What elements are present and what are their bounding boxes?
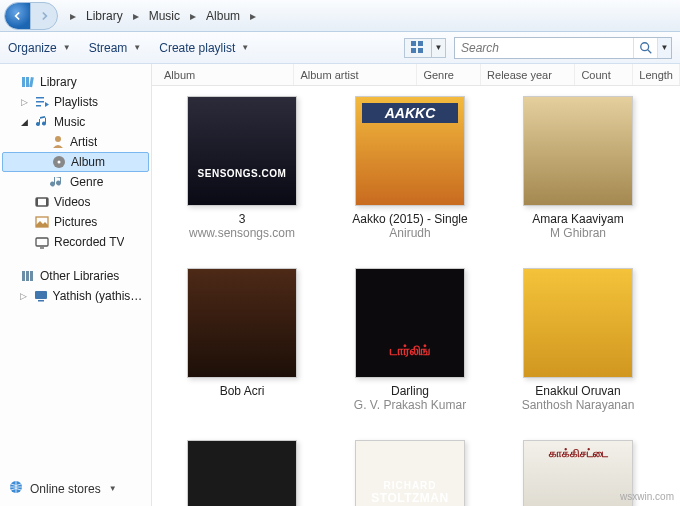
tree-library[interactable]: Library	[2, 72, 149, 92]
tree-label: Artist	[70, 135, 97, 149]
svg-rect-19	[36, 238, 48, 246]
album-item[interactable]: Amara Kaaviyam M Ghibran	[506, 96, 650, 240]
online-stores[interactable]: Online stores ▼	[8, 479, 117, 498]
tree-label: Album	[71, 155, 105, 169]
album-art	[523, 96, 633, 206]
stream-menu[interactable]: Stream▼	[89, 41, 142, 55]
svg-rect-22	[26, 271, 29, 281]
svg-rect-23	[30, 271, 33, 281]
column-header-count[interactable]: Count	[575, 64, 633, 85]
nav-buttons	[4, 2, 58, 30]
album-art	[523, 268, 633, 378]
album-title: Aakko (2015) - Single	[338, 212, 482, 226]
tv-icon	[34, 234, 50, 250]
view-options-button[interactable]	[404, 38, 432, 58]
svg-rect-10	[36, 101, 44, 103]
svg-rect-7	[26, 77, 29, 87]
tree-videos[interactable]: Videos	[2, 192, 149, 212]
breadcrumb-arrow[interactable]: ▸	[246, 6, 260, 26]
album-artist: Santhosh Narayanan	[506, 398, 650, 412]
column-header-length[interactable]: Length	[633, 64, 680, 85]
search-dropdown[interactable]: ▼	[657, 38, 671, 58]
content-pane: Album Album artist Genre Release year Co…	[152, 64, 680, 506]
tree-recorded-tv[interactable]: Recorded TV	[2, 232, 149, 252]
album-item[interactable]: Ethir Neechal - Tamilanda.com	[170, 440, 314, 506]
album-item[interactable]: Bob Acri	[170, 268, 314, 412]
forward-button[interactable]	[31, 3, 57, 29]
genre-icon	[50, 174, 66, 190]
breadcrumb-library[interactable]: Library	[80, 6, 129, 26]
tree-label: Library	[40, 75, 77, 89]
tree-playlists[interactable]: ▷ Playlists	[2, 92, 149, 112]
album-title: Amara Kaaviyam	[506, 212, 650, 226]
album-grid-scroll[interactable]: 3 www.sensongs.com Aakko (2015) - Single…	[152, 86, 680, 506]
organize-menu[interactable]: Organize▼	[8, 41, 71, 55]
column-header-album-artist[interactable]: Album artist	[294, 64, 417, 85]
back-button[interactable]	[5, 3, 31, 29]
search-input[interactable]	[455, 41, 633, 55]
tree-other-libraries[interactable]: Other Libraries	[2, 266, 149, 286]
album-title: Darling	[338, 384, 482, 398]
music-icon	[34, 114, 50, 130]
breadcrumb-root-arrow[interactable]: ▸	[66, 6, 80, 26]
column-header-genre[interactable]: Genre	[417, 64, 481, 85]
svg-point-14	[58, 161, 61, 164]
tree-music[interactable]: ◢ Music	[2, 112, 149, 132]
tree-remote-pc[interactable]: ▷ Yathish (yathish-pc)	[2, 286, 149, 306]
album-title: Bob Acri	[170, 384, 314, 398]
create-playlist-menu[interactable]: Create playlist▼	[159, 41, 249, 55]
watermark: wsxwin.com	[620, 491, 674, 502]
album-item[interactable]: Darling G. V. Prakash Kumar	[338, 268, 482, 412]
album-artist: Anirudh	[338, 226, 482, 240]
svg-point-4	[640, 42, 648, 50]
svg-rect-16	[36, 198, 38, 206]
breadcrumb-music[interactable]: Music	[143, 6, 186, 26]
album-item[interactable]: Enakkul Oruvan Santhosh Narayanan	[506, 268, 650, 412]
column-header-album[interactable]: Album	[158, 64, 294, 85]
album-art	[187, 268, 297, 378]
album-item[interactable]: RICHARD STOLTZMAN MAID WITH FLAXEN HAIR …	[338, 440, 482, 506]
online-stores-label: Online stores	[30, 482, 101, 496]
album-artist: www.sensongs.com	[170, 226, 314, 240]
playlist-icon	[34, 94, 50, 110]
album-title: Enakkul Oruvan	[506, 384, 650, 398]
svg-rect-9	[36, 97, 44, 99]
column-headers: Album Album artist Genre Release year Co…	[152, 64, 680, 86]
breadcrumb-album[interactable]: Album	[200, 6, 246, 26]
album-art	[355, 268, 465, 378]
album-art	[523, 440, 633, 506]
tree-genre[interactable]: Genre	[2, 172, 149, 192]
breadcrumb-arrow[interactable]: ▸	[129, 6, 143, 26]
tree-album[interactable]: Album	[2, 152, 149, 172]
tree-pictures[interactable]: Pictures	[2, 212, 149, 232]
address-bar: ▸ Library▸ Music▸ Album▸	[0, 0, 680, 32]
tree-label: Pictures	[54, 215, 97, 229]
view-options-dropdown[interactable]: ▼	[432, 38, 446, 58]
svg-rect-8	[29, 77, 34, 87]
album-item[interactable]: 3 www.sensongs.com	[170, 96, 314, 240]
other-libraries-icon	[20, 268, 36, 284]
library-icon	[20, 74, 36, 90]
svg-rect-0	[411, 41, 416, 46]
svg-rect-1	[418, 41, 423, 46]
svg-rect-17	[46, 198, 48, 206]
tree-label: Playlists	[54, 95, 98, 109]
column-header-release-year[interactable]: Release year	[481, 64, 575, 85]
album-artist: M Ghibran	[506, 226, 650, 240]
album-artist: G. V. Prakash Kumar	[338, 398, 482, 412]
album-item[interactable]: Aakko (2015) - Single Anirudh	[338, 96, 482, 240]
svg-rect-6	[22, 77, 25, 87]
breadcrumb-arrow[interactable]: ▸	[186, 6, 200, 26]
svg-line-5	[647, 49, 651, 53]
search-button[interactable]	[633, 38, 657, 58]
album-grid: 3 www.sensongs.com Aakko (2015) - Single…	[156, 96, 676, 506]
pictures-icon	[34, 214, 50, 230]
tree-artist[interactable]: Artist	[2, 132, 149, 152]
svg-rect-24	[35, 291, 47, 299]
chevron-down-icon: ▼	[109, 484, 117, 493]
album-art	[355, 96, 465, 206]
breadcrumb: ▸ Library▸ Music▸ Album▸	[66, 5, 260, 27]
album-art	[187, 440, 297, 506]
search-box: ▼	[454, 37, 672, 59]
album-title: 3	[170, 212, 314, 226]
